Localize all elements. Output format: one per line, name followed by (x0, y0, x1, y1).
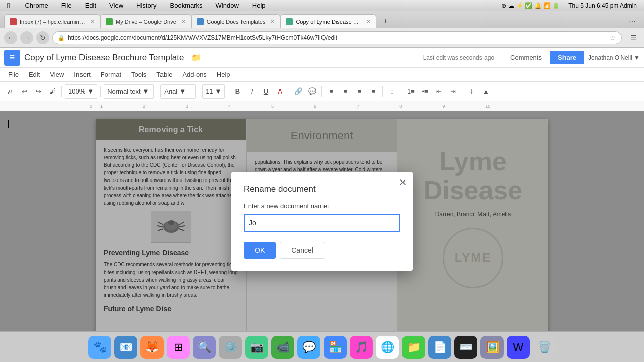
menu-history[interactable]: History (134, 1, 158, 10)
comment-button[interactable]: 💬 (306, 84, 318, 99)
clear-format-button[interactable]: T̶ (465, 84, 477, 99)
align-left-button[interactable]: ≡ (325, 84, 337, 99)
dock-docs[interactable]: 📄 (428, 336, 451, 359)
bullet-list-button[interactable]: •≡ (419, 84, 431, 99)
user-account[interactable]: Jonathan O'Neill ▼ (588, 54, 640, 61)
document-name-input[interactable] (244, 214, 400, 232)
dock-finder[interactable]: 🐾 (88, 336, 111, 359)
dock-itunes[interactable]: 🎵 (350, 336, 373, 359)
align-right-button[interactable]: ≡ (353, 84, 365, 99)
print-button[interactable]: 🖨 (4, 84, 16, 99)
browser-chrome: Inbox (7) – hpc.e.learning... ✕ My Drive… (0, 11, 644, 48)
tab-2[interactable]: My Drive – Google Drive ✕ (100, 14, 191, 28)
doc-title[interactable]: Copy of Lyme Disease Brochure Template (24, 53, 184, 63)
menu-help[interactable]: Help (213, 69, 234, 80)
bookmark-star-icon[interactable]: ☆ (610, 34, 616, 42)
tab-4[interactable]: Copy of Lyme Disease Bro... ✕ (280, 14, 376, 28)
decrease-indent-button[interactable]: ⇤ (433, 84, 445, 99)
tab-2-close[interactable]: ✕ (181, 18, 186, 25)
tab-3-close[interactable]: ✕ (270, 18, 275, 25)
back-button[interactable]: ← (4, 31, 17, 44)
italic-button[interactable]: I (246, 84, 258, 99)
redo-button[interactable]: ↪ (32, 84, 44, 99)
menu-edit[interactable]: Edit (25, 69, 44, 80)
menu-view[interactable]: View (46, 69, 68, 80)
dock-mail[interactable]: 📧 (114, 336, 137, 359)
dock-preview[interactable]: 🖼️ (480, 336, 504, 359)
increase-indent-button[interactable]: ⇥ (447, 84, 459, 99)
tab-4-close[interactable]: ✕ (366, 18, 371, 25)
modal-ok-button[interactable]: OK (244, 242, 276, 259)
dock-firefox[interactable]: 🦊 (140, 336, 164, 359)
tab-1[interactable]: Inbox (7) – hpc.e.learning... ✕ (4, 14, 100, 28)
zoom-dropdown[interactable]: 100%▼ (65, 84, 97, 99)
fontsize-dropdown[interactable]: 11▼ (202, 84, 225, 99)
modal-cancel-button[interactable]: Cancel (280, 242, 325, 259)
sep9 (401, 86, 401, 97)
dock-drive[interactable]: 📁 (402, 336, 425, 359)
underline-button[interactable]: U (260, 84, 272, 99)
justify-button[interactable]: ≡ (367, 84, 379, 99)
dock-explorer[interactable]: 🔍 (193, 336, 216, 359)
reload-button[interactable]: ↻ (36, 31, 49, 44)
menu-view[interactable]: View (107, 1, 125, 10)
menu-addons[interactable]: Add-ons (178, 69, 210, 80)
menu-window[interactable]: Window (214, 1, 241, 10)
menu-edit[interactable]: Edit (83, 1, 98, 10)
paint-format-button[interactable]: 🖌 (46, 84, 58, 99)
tab-1-title: Inbox (7) – hpc.e.learning... (20, 19, 85, 25)
numbered-list-button[interactable]: 1≡ (405, 84, 417, 99)
sep4 (199, 86, 199, 97)
address-bar[interactable]: 🔒 https://docs.google.com/document/d/125… (52, 31, 622, 44)
tab-3[interactable]: Google Docs Templates ✕ (191, 14, 281, 28)
dock-appstore[interactable]: 🏪 (324, 336, 347, 359)
menu-chrome[interactable]: Chrome (23, 1, 50, 10)
text-color-button[interactable]: A (274, 84, 286, 99)
tab-1-close[interactable]: ✕ (90, 18, 95, 25)
folder-icon[interactable]: 📁 (191, 53, 201, 62)
menu-table[interactable]: Table (152, 69, 176, 80)
forward-button[interactable]: → (20, 31, 33, 44)
dock-launchpad[interactable]: ⊞ (167, 336, 190, 359)
save-status: Last edit was seconds ago (423, 54, 494, 61)
new-tab-button[interactable]: + (378, 14, 392, 28)
collapse-button[interactable]: ▲ (479, 84, 492, 99)
dock-facetime[interactable]: 📹 (271, 336, 294, 359)
dock-chrome[interactable]: 🌐 (376, 336, 399, 359)
dock-messages[interactable]: 💬 (297, 336, 320, 359)
dock-settings[interactable]: ⚙️ (219, 336, 242, 359)
menu-tools[interactable]: Tools (127, 69, 150, 80)
menu-bookmarks[interactable]: Bookmarks (168, 1, 205, 10)
comments-button[interactable]: Comments (506, 52, 546, 63)
document-area: Removing a Tick It seems like everyone h… (0, 111, 644, 331)
font-dropdown[interactable]: Arial▼ (160, 84, 196, 99)
apple-menu[interactable]:  (5, 0, 12, 11)
dock-trash[interactable]: 🗑️ (533, 336, 556, 359)
dock-photos[interactable]: 📷 (245, 336, 268, 359)
dock-terminal[interactable]: ⌨️ (454, 336, 477, 359)
line-spacing-button[interactable]: ↕ (386, 84, 398, 99)
menu-file[interactable]: File (59, 1, 74, 10)
tab-bar: Inbox (7) – hpc.e.learning... ✕ My Drive… (0, 11, 644, 28)
menu-help[interactable]: Help (250, 1, 268, 10)
share-button[interactable]: Share (550, 51, 584, 64)
menu-insert[interactable]: Insert (70, 69, 95, 80)
gdocs-menu-bar: File Edit View Insert Format Tools Table… (0, 68, 644, 82)
sep5 (228, 86, 228, 97)
chrome-settings-icon[interactable]: ☰ (627, 31, 640, 44)
undo-button[interactable]: ↩ (18, 84, 30, 99)
gdocs-menu-icon[interactable]: ≡ (4, 50, 20, 66)
align-center-button[interactable]: ≡ (339, 84, 351, 99)
mac-menubar:  Chrome File Edit View History Bookmark… (0, 0, 644, 11)
bold-button[interactable]: B (231, 84, 244, 99)
style-dropdown[interactable]: Normal text▼ (104, 84, 154, 99)
rename-dialog: ✕ Rename document Enter a new document n… (231, 172, 413, 271)
modal-close-button[interactable]: ✕ (399, 177, 407, 188)
dock-word[interactable]: W (507, 336, 530, 359)
sep2 (100, 86, 101, 97)
menubar-right: ⊕ ☁ ⚡ ✅ 🔔 📶 🔋 Thu 5 Jun 6:45 pm Admin (499, 1, 639, 10)
sep7 (321, 86, 322, 97)
menu-file[interactable]: File (4, 69, 23, 80)
link-button[interactable]: 🔗 (292, 84, 304, 99)
menu-format[interactable]: Format (97, 69, 125, 80)
